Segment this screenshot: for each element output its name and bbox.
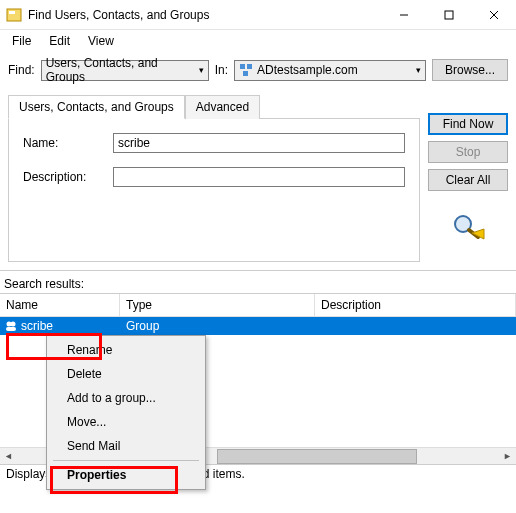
- svg-rect-3: [445, 11, 453, 19]
- svg-rect-6: [240, 64, 245, 69]
- tab-users-contacts-groups[interactable]: Users, Contacts, and Groups: [8, 95, 185, 119]
- in-scope-value: ADtestsample.com: [257, 63, 358, 77]
- find-type-combo[interactable]: Users, Contacts, and Groups ▾: [41, 60, 209, 81]
- scroll-left-icon[interactable]: ◄: [0, 448, 17, 465]
- results-grid: Name Type Description scribe Group Renam…: [0, 293, 516, 464]
- chevron-down-icon: ▾: [416, 65, 421, 75]
- name-label: Name:: [23, 136, 103, 150]
- ctx-rename[interactable]: Rename: [49, 338, 203, 362]
- svg-rect-0: [7, 9, 21, 21]
- tab-advanced[interactable]: Advanced: [185, 95, 260, 119]
- menu-edit[interactable]: Edit: [41, 32, 78, 50]
- menu-file[interactable]: File: [4, 32, 39, 50]
- result-name: scribe: [21, 319, 53, 333]
- column-header-name[interactable]: Name: [0, 294, 120, 316]
- svg-rect-1: [9, 11, 15, 14]
- ctx-move[interactable]: Move...: [49, 410, 203, 434]
- find-now-label: Find Now: [443, 117, 494, 131]
- find-now-button[interactable]: Find Now: [428, 113, 508, 135]
- ctx-separator: [53, 460, 199, 461]
- result-type: Group: [120, 319, 315, 333]
- stop-button[interactable]: Stop: [428, 141, 508, 163]
- svg-rect-7: [247, 64, 252, 69]
- result-row[interactable]: scribe Group: [0, 317, 516, 335]
- ctx-properties[interactable]: Properties: [49, 463, 203, 487]
- group-icon: [4, 319, 18, 333]
- context-menu: Rename Delete Add to a group... Move... …: [46, 335, 206, 490]
- browse-label: Browse...: [445, 63, 495, 77]
- ctx-delete[interactable]: Delete: [49, 362, 203, 386]
- in-scope-combo[interactable]: ADtestsample.com ▾: [234, 60, 426, 81]
- clear-all-label: Clear All: [446, 173, 491, 187]
- description-input[interactable]: [113, 167, 405, 187]
- scroll-right-icon[interactable]: ►: [499, 448, 516, 465]
- in-label: In:: [215, 63, 228, 77]
- ctx-send-mail[interactable]: Send Mail: [49, 434, 203, 458]
- maximize-button[interactable]: [426, 0, 471, 29]
- scroll-thumb[interactable]: [217, 449, 417, 464]
- ctx-add-to-group[interactable]: Add to a group...: [49, 386, 203, 410]
- find-type-value: Users, Contacts, and Groups: [46, 56, 195, 84]
- clear-all-button[interactable]: Clear All: [428, 169, 508, 191]
- menu-bar: File Edit View: [0, 30, 516, 51]
- column-header-type[interactable]: Type: [120, 294, 315, 316]
- menu-view[interactable]: View: [80, 32, 122, 50]
- column-header-description[interactable]: Description: [315, 294, 516, 316]
- domain-icon: [239, 63, 253, 77]
- close-button[interactable]: [471, 0, 516, 29]
- svg-rect-13: [6, 327, 16, 331]
- name-input[interactable]: [113, 133, 405, 153]
- browse-button[interactable]: Browse...: [432, 59, 508, 81]
- chevron-down-icon: ▾: [199, 65, 204, 75]
- app-icon: [6, 7, 22, 23]
- window-title: Find Users, Contacts, and Groups: [28, 8, 381, 22]
- search-results-label: Search results:: [0, 271, 516, 293]
- svg-rect-8: [243, 71, 248, 76]
- search-graphic-icon: [428, 213, 508, 241]
- find-label: Find:: [8, 63, 35, 77]
- svg-point-12: [11, 322, 16, 327]
- stop-label: Stop: [456, 145, 481, 159]
- search-criteria-panel: Name: Description:: [8, 118, 420, 262]
- title-bar: Find Users, Contacts, and Groups: [0, 0, 516, 30]
- description-label: Description:: [23, 170, 103, 184]
- minimize-button[interactable]: [381, 0, 426, 29]
